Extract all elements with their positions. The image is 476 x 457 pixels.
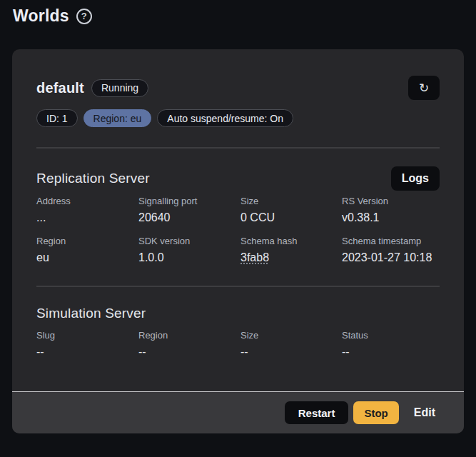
- refresh-button[interactable]: ↻: [408, 76, 440, 100]
- page-header: Worlds ?: [0, 0, 476, 26]
- field-address: Address ...: [36, 196, 138, 224]
- field-value: 2023-01-27 10:18: [342, 251, 440, 264]
- field-label: Size: [240, 196, 342, 206]
- field-schema-hash: Schema hash 3fab8: [240, 236, 342, 264]
- divider-top: [36, 147, 440, 149]
- field-label: Address: [36, 196, 138, 206]
- field-value: 20640: [138, 211, 240, 224]
- schema-hash-value[interactable]: 3fab8: [240, 251, 269, 264]
- field-label: Signalling port: [138, 196, 240, 206]
- field-rs-version: RS Version v0.38.1: [342, 196, 440, 224]
- world-tags: ID: 1 Region: eu Auto suspend/resume: On: [36, 109, 440, 127]
- field-label: Slug: [36, 330, 138, 341]
- logs-button[interactable]: Logs: [391, 166, 440, 191]
- field-sim-size: Size --: [240, 330, 342, 358]
- field-value: v0.38.1: [342, 211, 440, 224]
- field-sdk-version: SDK version 1.0.0: [138, 236, 240, 264]
- field-sim-region: Region --: [138, 330, 240, 358]
- field-value: ...: [36, 211, 138, 224]
- divider-middle: [36, 286, 440, 287]
- world-name: default: [36, 80, 84, 96]
- world-card: default Running ↻ ID: 1 Region: eu Auto …: [12, 49, 464, 433]
- tag-region: Region: eu: [83, 109, 152, 127]
- restart-button[interactable]: Restart: [285, 401, 349, 424]
- edit-button[interactable]: Edit: [404, 401, 445, 424]
- simulation-server-fields: Slug -- Region -- Size -- Status --: [36, 330, 440, 358]
- status-badge: Running: [91, 79, 148, 97]
- field-label: RS Version: [342, 196, 440, 206]
- field-size: Size 0 CCU: [240, 196, 342, 224]
- field-value: 0 CCU: [240, 211, 342, 224]
- field-label: Region: [138, 330, 240, 341]
- page-title: Worlds: [13, 6, 69, 26]
- world-card-header: default Running ↻: [36, 76, 440, 100]
- simulation-server-header: Simulation Server: [36, 306, 440, 321]
- field-region: Region eu: [36, 236, 138, 264]
- field-value: --: [36, 346, 138, 358]
- field-signalling-port: Signalling port 20640: [138, 196, 240, 224]
- replication-server-fields: Address ... Signalling port 20640 Size 0…: [36, 196, 440, 264]
- field-value: --: [138, 346, 240, 358]
- refresh-icon: ↻: [419, 82, 429, 94]
- field-label: Size: [240, 330, 342, 341]
- field-value: 1.0.0: [138, 251, 240, 264]
- field-sim-status: Status --: [342, 330, 440, 358]
- field-schema-timestamp: Schema timestamp 2023-01-27 10:18: [342, 236, 440, 264]
- simulation-server-title: Simulation Server: [36, 306, 146, 321]
- tag-id: ID: 1: [36, 109, 78, 127]
- field-label: Schema hash: [240, 236, 342, 246]
- field-slug: Slug --: [36, 330, 138, 358]
- stop-button[interactable]: Stop: [353, 401, 398, 424]
- field-value: --: [240, 346, 342, 358]
- field-value: --: [342, 346, 440, 358]
- field-label: Schema timestamp: [342, 236, 440, 246]
- field-label: SDK version: [138, 236, 240, 246]
- world-card-footer: Restart Stop Edit: [12, 391, 464, 433]
- replication-server-title: Replication Server: [36, 171, 150, 186]
- field-label: Region: [36, 236, 138, 246]
- world-card-body: default Running ↻ ID: 1 Region: eu Auto …: [12, 49, 464, 358]
- field-value: eu: [36, 251, 138, 264]
- field-label: Status: [342, 330, 440, 341]
- tag-auto-suspend: Auto suspend/resume: On: [157, 109, 293, 127]
- replication-server-header: Replication Server Logs: [36, 166, 440, 191]
- help-icon[interactable]: ?: [76, 9, 92, 24]
